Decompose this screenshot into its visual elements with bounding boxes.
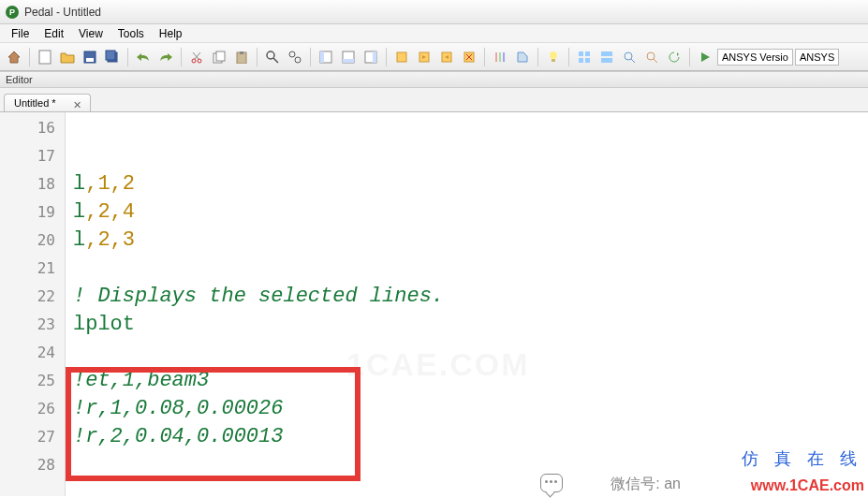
editor[interactable]: 16171819202122232425262728 l,1,2l,2,4l,2… xyxy=(0,112,868,496)
separator xyxy=(568,48,569,66)
separator xyxy=(29,48,30,66)
copy-icon[interactable] xyxy=(209,47,229,67)
tabbar: Untitled * ✕ xyxy=(0,88,868,112)
ansys-label[interactable]: ANSYS xyxy=(795,49,839,66)
code-line[interactable]: ! Displays the selected lines. xyxy=(73,283,868,311)
zoom-icon[interactable] xyxy=(619,47,640,67)
toolbar: ANSYS Versio ANSYS xyxy=(0,43,868,71)
ansys-version-label[interactable]: ANSYS Versio xyxy=(717,49,793,66)
undo-icon[interactable] xyxy=(133,47,154,67)
refresh-icon[interactable] xyxy=(664,47,684,67)
watermark-cn: 仿 真 在 线 xyxy=(742,447,862,470)
code-line[interactable] xyxy=(73,255,868,283)
svg-rect-18 xyxy=(343,59,354,63)
zoom2-icon[interactable] xyxy=(641,47,662,67)
close-icon[interactable]: ✕ xyxy=(71,98,84,111)
bulb-icon[interactable] xyxy=(543,47,564,67)
chat-icon xyxy=(540,474,563,492)
window-title: Pedal - Untitled xyxy=(24,6,101,19)
svg-rect-32 xyxy=(579,51,583,56)
watermark-wx: 微信号: an xyxy=(611,475,681,494)
separator xyxy=(386,48,387,66)
redo-icon[interactable] xyxy=(155,47,176,67)
titlebar: P Pedal - Untitled xyxy=(0,0,868,24)
tab-label: Untitled * xyxy=(14,97,56,109)
code-line[interactable]: l,1,2 xyxy=(73,170,868,198)
svg-point-14 xyxy=(295,57,301,63)
menu-view[interactable]: View xyxy=(71,25,110,42)
menu-tools[interactable]: Tools xyxy=(110,25,152,42)
bookmark-icon[interactable] xyxy=(391,47,412,67)
find-replace-icon[interactable] xyxy=(285,47,305,67)
svg-line-39 xyxy=(631,59,635,63)
separator xyxy=(484,48,485,66)
code-line[interactable]: !r,1,0.08,0.00026 xyxy=(73,395,868,423)
svg-point-40 xyxy=(647,52,655,60)
save-icon[interactable] xyxy=(80,47,100,67)
bookmark-next-icon[interactable] xyxy=(414,47,434,67)
svg-rect-4 xyxy=(106,51,115,60)
svg-rect-36 xyxy=(601,51,612,56)
line-gutter: 16171819202122232425262728 xyxy=(0,112,66,496)
separator xyxy=(537,48,538,66)
svg-rect-37 xyxy=(601,58,612,63)
separator xyxy=(127,48,128,66)
separator xyxy=(689,48,690,66)
menu-help[interactable]: Help xyxy=(152,25,190,42)
new-icon[interactable] xyxy=(35,47,55,67)
grid2-icon[interactable] xyxy=(596,47,617,67)
svg-rect-0 xyxy=(39,51,51,64)
code-line[interactable] xyxy=(73,114,868,142)
saveall-icon[interactable] xyxy=(102,47,123,67)
tab-untitled[interactable]: Untitled * ✕ xyxy=(4,94,91,111)
svg-rect-31 xyxy=(552,59,555,62)
panel1-icon[interactable] xyxy=(316,47,336,67)
tag-icon[interactable] xyxy=(512,47,533,67)
svg-rect-20 xyxy=(373,51,376,63)
separator xyxy=(257,48,257,66)
separator xyxy=(310,48,311,66)
svg-rect-10 xyxy=(240,51,243,54)
svg-rect-21 xyxy=(397,52,406,62)
bars-icon[interactable] xyxy=(490,47,510,67)
panel-title: Editor xyxy=(0,71,868,88)
menu-file[interactable]: File xyxy=(4,25,37,42)
app-icon: P xyxy=(6,6,19,19)
paste-icon[interactable] xyxy=(231,47,252,67)
svg-point-38 xyxy=(625,52,632,60)
svg-point-6 xyxy=(198,59,201,63)
svg-line-12 xyxy=(273,58,278,63)
code-line[interactable]: l,2,4 xyxy=(73,198,868,227)
svg-point-13 xyxy=(289,51,295,57)
svg-rect-8 xyxy=(216,51,225,61)
bookmark-clear-icon[interactable] xyxy=(459,47,479,67)
code-line[interactable] xyxy=(73,142,868,170)
run-icon[interactable] xyxy=(695,47,715,67)
svg-rect-2 xyxy=(86,58,94,62)
home-icon[interactable] xyxy=(4,47,24,67)
open-icon[interactable] xyxy=(57,47,78,67)
panel3-icon[interactable] xyxy=(360,47,381,67)
svg-point-11 xyxy=(267,51,274,59)
menu-edit[interactable]: Edit xyxy=(37,25,71,42)
svg-line-41 xyxy=(654,59,657,63)
code-line[interactable] xyxy=(73,339,868,367)
code-content[interactable]: l,1,2l,2,4l,2,3! Displays the selected l… xyxy=(66,112,868,496)
code-line[interactable]: lplot xyxy=(73,311,868,339)
svg-point-5 xyxy=(192,59,196,63)
separator xyxy=(181,48,182,66)
svg-point-30 xyxy=(550,51,557,59)
menubar: File Edit View Tools Help xyxy=(0,24,868,43)
grid1-icon[interactable] xyxy=(574,47,595,67)
svg-rect-16 xyxy=(320,51,324,63)
panel2-icon[interactable] xyxy=(338,47,359,67)
code-line[interactable]: l,2,3 xyxy=(73,227,868,255)
svg-rect-35 xyxy=(585,58,590,63)
code-line[interactable]: !et,1,beam3 xyxy=(73,367,868,395)
cut-icon[interactable] xyxy=(186,47,207,67)
bookmark-prev-icon[interactable] xyxy=(436,47,457,67)
watermark-url: www.1CAE.com xyxy=(751,477,864,494)
find-icon[interactable] xyxy=(262,47,283,67)
svg-rect-34 xyxy=(579,58,583,63)
svg-rect-33 xyxy=(585,51,590,56)
